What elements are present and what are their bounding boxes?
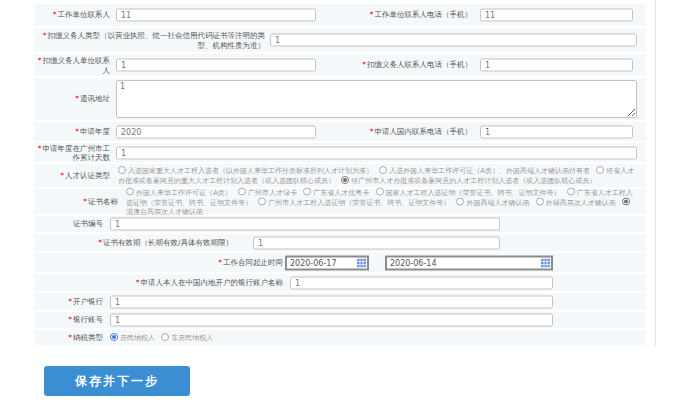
cert-name-radio-group: 外国人来华工作许可证（A类） 广州市人才绿卡 广东省人才优粤卡 国家人才工程入选… <box>126 187 637 216</box>
radio-icon <box>303 187 311 195</box>
bank-account-no-input[interactable] <box>110 314 553 327</box>
label-text: 工作单位联系人 <box>58 10 111 19</box>
radio-option[interactable]: 入选国家重大人才工程入选者（以外国人来华工作分类标准所列人才计划为准） <box>118 167 373 175</box>
required-mark: * <box>362 60 366 69</box>
applicant-phone-input[interactable] <box>480 125 633 138</box>
applicant-phone-label: *申请人国内联系电话（手机） <box>274 127 472 137</box>
bank-account-name-label: *申请人本人在中国内地开户的银行账户名称 <box>34 278 283 288</box>
form-row: 证书编号 <box>34 216 646 232</box>
cert-validity-input[interactable] <box>253 236 500 249</box>
radio-label: 入选国家重大人才工程入选者（以外国人来华工作分类标准所列人才计划为准） <box>128 167 373 175</box>
radio-option[interactable]: 广州市人才工程入选证明（荣誉证书、聘书、证明文件等） <box>258 198 450 206</box>
required-mark: * <box>43 31 47 40</box>
required-mark: * <box>68 297 72 306</box>
radio-option[interactable]: 广州市人才绿卡 <box>238 188 297 196</box>
radio-icon <box>238 187 246 195</box>
calendar-icon[interactable] <box>541 258 550 267</box>
bank-account-no-label: *银行账号 <box>34 315 103 325</box>
required-mark: * <box>38 56 42 65</box>
radio-option[interactable]: 广东省人才优粤卡 <box>303 188 369 196</box>
label-text: 通讯地址 <box>80 94 110 103</box>
contract-period-label: *工作合同起止时间 <box>34 258 283 268</box>
radio-option[interactable]: 国家人才工程入选证明（荣誉证书、聘书、证明文件等） <box>376 188 561 196</box>
form-row: *开户银行 <box>34 293 646 310</box>
talent-type-radio-group: 入选国家重大人才工程入选者（以外国人来华工作分类标准所列人才计划为准） 入选外国… <box>118 166 637 186</box>
required-mark: * <box>370 127 374 136</box>
radio-label: 外国人来华工作许可证（A类） <box>136 188 232 196</box>
withholder-phone-input[interactable] <box>480 59 633 72</box>
contract-start-date-input[interactable]: 2020-06-17 <box>285 255 369 270</box>
radio-icon <box>456 197 464 205</box>
radio-option[interactable]: 外国人来华工作许可证（A类） <box>126 188 232 196</box>
cert-validity-label: *证书有效期（长期有效/具体有效期限） <box>34 238 233 248</box>
withholder-type-input[interactable] <box>270 34 637 47</box>
radio-icon <box>126 187 134 195</box>
radio-icon <box>536 197 544 205</box>
address-textarea[interactable]: 1 <box>116 80 637 118</box>
tax-type-radio-group: 居民纳税人 非居民纳税人 <box>110 333 637 343</box>
form-row: *人才认证类型 入选国家重大人才工程入选者（以外国人来华工作分类标准所列人才计划… <box>34 164 646 187</box>
address-label: *通讯地址 <box>34 94 110 104</box>
label-text: 证书有效期（长期有效/具体有效期限） <box>103 238 233 247</box>
form-right-border <box>655 0 656 346</box>
label-text: 扣缴义务人单位联系人 <box>43 56 111 75</box>
withholder-contact-label: *扣缴义务人单位联系人 <box>34 56 110 75</box>
date-value: 2020-06-14 <box>390 258 437 267</box>
withholder-type-label: *扣缴义务人类型（以营业执照、统一社会信用代码证书等注明的类型、机构性质为准） <box>34 31 265 50</box>
radio-label: 港澳台高层次人才确认函 <box>126 207 203 215</box>
required-mark: * <box>218 258 222 267</box>
radio-option[interactable]: 经广州市人才办批准或备案同意的人才工程计划入选者（或入选团队核心成员） <box>341 177 596 185</box>
label-text: 申请年度 <box>80 127 110 136</box>
radio-label: 经广州市人才办批准或备案同意的人才工程计划入选者（或入选团队核心成员） <box>351 177 596 185</box>
work-days-label: *申请年度在广州市工作累计天数 <box>34 143 110 162</box>
withholder-phone-label: *扣缴义务人联系人电话（手机） <box>274 60 472 70</box>
tax-type-label: *纳税类型 <box>34 333 103 343</box>
work-contact-phone-label: *工作单位联系人电话（手机） <box>274 10 472 20</box>
radio-icon <box>161 333 169 341</box>
radio-icon <box>567 187 575 195</box>
application-form: *工作单位联系人 *工作单位联系人电话（手机） *扣缴义务人类型（以营业执照、统… <box>34 4 646 347</box>
work-days-input[interactable] <box>116 146 637 159</box>
form-row: *扣缴义务人单位联系人 *扣缴义务人联系人电话（手机） <box>34 54 646 76</box>
radio-option[interactable]: 外国高端人才确认函 <box>456 198 529 206</box>
radio-label: 国家人才工程入选证明（荣誉证书、聘书、证明文件等） <box>386 188 561 196</box>
radio-icon <box>376 187 384 195</box>
apply-year-label: *申请年度 <box>34 127 110 137</box>
radio-label: 外国高端人才确认函 <box>466 198 529 206</box>
radio-option[interactable]: 非居民纳税人 <box>161 334 213 342</box>
radio-icon <box>258 197 266 205</box>
required-mark: * <box>136 278 140 287</box>
required-mark: * <box>38 143 42 152</box>
required-mark: * <box>68 315 72 324</box>
label-text: 申请年度在广州市工作累计天数 <box>43 143 111 162</box>
label-text: 工作合同起止时间 <box>223 258 283 267</box>
form-row: *通讯地址 1 <box>34 78 646 120</box>
required-mark: * <box>83 197 87 206</box>
radio-option[interactable]: 入选外国人来华工作许可证（A类）、外国高端人才确认函持有者 <box>379 167 590 175</box>
required-mark: * <box>68 333 72 342</box>
bank-name-input[interactable] <box>110 295 553 308</box>
radio-label: 入选外国人来华工作许可证（A类）、外国高端人才确认函持有者 <box>389 167 590 175</box>
calendar-icon[interactable] <box>357 258 366 267</box>
cert-no-input[interactable] <box>110 218 500 231</box>
bank-name-label: *开户银行 <box>34 297 103 307</box>
work-contact-phone-input[interactable] <box>480 9 633 22</box>
label-text: 人才认证类型 <box>65 171 110 180</box>
label-text: 扣缴义务人联系人电话（手机） <box>367 60 472 69</box>
save-next-button[interactable]: 保存并下一步 <box>44 366 190 396</box>
radio-icon <box>596 166 604 174</box>
radio-option[interactable]: 居民纳税人 <box>110 334 155 342</box>
radio-option[interactable]: 外籍高层次人才确认函 <box>536 198 616 206</box>
radio-label: 外籍高层次人才确认函 <box>546 198 616 206</box>
label-text: 银行账号 <box>73 315 103 324</box>
radio-label: 广州市人才工程入选证明（荣誉证书、聘书、证明文件等） <box>268 198 450 206</box>
form-row: *纳税类型 居民纳税人 非居民纳税人 <box>34 330 646 345</box>
form-row: *申请人本人在中国内地开户的银行账户名称 <box>34 274 646 291</box>
form-row: *证书有效期（长期有效/具体有效期限） <box>34 234 646 251</box>
label-text: 证书编号 <box>73 219 103 228</box>
bank-account-name-input[interactable] <box>290 276 553 289</box>
radio-icon <box>379 166 387 174</box>
date-value: 2020-06-17 <box>290 258 337 267</box>
contract-end-date-input[interactable]: 2020-06-14 <box>385 255 553 270</box>
label-text: 纳税类型 <box>73 333 103 342</box>
